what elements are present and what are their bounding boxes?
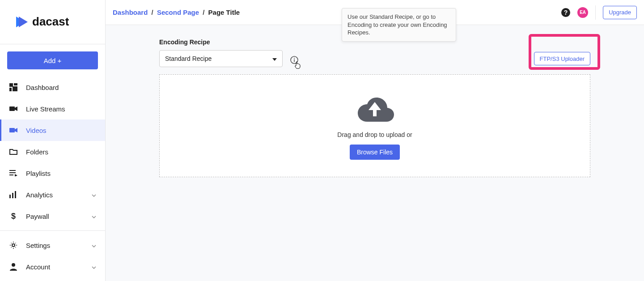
sidebar-item-paywall[interactable]: $ Paywall: [0, 205, 105, 227]
svg-rect-6: [9, 170, 16, 171]
analytics-icon: [9, 190, 18, 199]
encoding-tooltip: Use our Standard Recipe, or go to Encodi…: [342, 8, 456, 42]
encoding-recipe-select[interactable]: Standard Recipe: [159, 50, 283, 67]
content: Use our Standard Recipe, or go to Encodi…: [106, 25, 644, 177]
svg-rect-2: [9, 88, 12, 91]
ftp-s3-uploader-button[interactable]: FTP/S3 Uploader: [534, 52, 590, 65]
sidebar-item-label: Folders: [26, 148, 96, 156]
sidebar-item-settings[interactable]: Settings: [0, 234, 105, 256]
sidebar-item-videos[interactable]: Videos: [0, 119, 105, 141]
encoding-row: Encoding Recipe Standard Recipe FTP/S3 U…: [159, 38, 590, 67]
sidebar: dacast Add + Dashboard Live Streams Vide…: [0, 0, 106, 281]
sidebar-item-label: Videos: [26, 127, 96, 134]
encoding-recipe-label: Encoding Recipe: [159, 38, 283, 46]
upgrade-button[interactable]: Upgrade: [603, 6, 637, 19]
nav-divider: [0, 230, 105, 231]
brand-text: dacast: [32, 15, 69, 28]
chevron-down-icon: [92, 263, 96, 270]
add-button[interactable]: Add +: [7, 51, 98, 69]
sidebar-item-analytics[interactable]: Analytics: [0, 184, 105, 205]
breadcrumb-sep: /: [152, 9, 153, 16]
sidebar-item-label: Paywall: [26, 213, 92, 220]
svg-rect-1: [14, 83, 17, 85]
svg-text:$: $: [11, 212, 16, 221]
sidebar-item-label: Account: [26, 263, 92, 271]
person-icon: [9, 262, 18, 271]
logo[interactable]: dacast: [0, 0, 105, 44]
breadcrumb: Dashboard / Second Page / Page Title: [113, 9, 240, 16]
sidebar-item-label: Dashboard: [26, 84, 96, 91]
sidebar-item-label: Live Streams: [26, 105, 96, 113]
sidebar-item-playlists[interactable]: Playlists: [0, 162, 105, 184]
breadcrumb-sep: /: [203, 9, 204, 16]
playlist-icon: [9, 169, 18, 178]
svg-rect-5: [9, 128, 15, 132]
cloud-upload-icon: [352, 92, 397, 125]
folder-icon: [9, 147, 18, 156]
primary-nav: Dashboard Live Streams Videos Folders Pl…: [0, 77, 105, 277]
info-icon[interactable]: [290, 55, 299, 64]
sidebar-item-label: Settings: [26, 242, 92, 249]
sidebar-item-label: Analytics: [26, 191, 92, 199]
sidebar-item-label: Playlists: [26, 170, 96, 177]
breadcrumb-second[interactable]: Second Page: [157, 9, 199, 16]
svg-rect-8: [9, 175, 13, 175]
upload-dropzone[interactable]: Drag and drop to upload or Browse Files: [159, 74, 590, 177]
help-icon[interactable]: ?: [560, 7, 571, 18]
svg-point-13: [12, 244, 15, 247]
svg-rect-0: [9, 83, 13, 87]
sidebar-item-folders[interactable]: Folders: [0, 141, 105, 162]
main: Dashboard / Second Page / Page Title ? E…: [106, 0, 644, 281]
dollar-icon: $: [9, 212, 18, 221]
camera-icon: [9, 104, 18, 113]
svg-rect-11: [15, 191, 16, 198]
chevron-down-icon: [92, 213, 96, 220]
svg-rect-9: [9, 195, 11, 198]
svg-rect-7: [9, 172, 16, 173]
topbar-divider: [595, 5, 596, 20]
chevron-down-icon: [92, 242, 96, 249]
breadcrumb-root[interactable]: Dashboard: [113, 9, 148, 16]
video-icon: [9, 126, 18, 135]
svg-rect-10: [12, 193, 13, 198]
sidebar-item-live-streams[interactable]: Live Streams: [0, 98, 105, 119]
browse-files-button[interactable]: Browse Files: [350, 145, 400, 160]
svg-rect-4: [9, 106, 15, 111]
svg-rect-3: [13, 86, 17, 91]
svg-point-14: [12, 263, 15, 267]
sidebar-item-account[interactable]: Account: [0, 256, 105, 277]
brand-logo-icon: dacast: [13, 12, 93, 32]
gear-icon: [9, 241, 18, 250]
dropzone-text: Drag and drop to upload or: [337, 131, 412, 138]
avatar[interactable]: EA: [577, 7, 588, 18]
svg-text:?: ?: [564, 9, 568, 16]
sidebar-item-dashboard[interactable]: Dashboard: [0, 77, 105, 98]
breadcrumb-current: Page Title: [208, 9, 240, 16]
svg-point-19: [294, 58, 295, 59]
caret-down-icon: [272, 55, 277, 62]
chevron-down-icon: [92, 191, 96, 198]
select-value: Standard Recipe: [165, 55, 272, 62]
dashboard-icon: [9, 83, 18, 92]
